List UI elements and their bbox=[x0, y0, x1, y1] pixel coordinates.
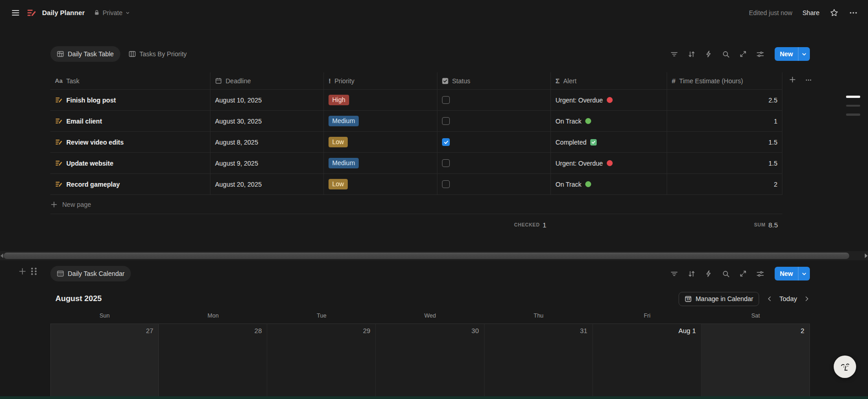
new-page-label: New page bbox=[62, 201, 91, 208]
expand-icon[interactable] bbox=[739, 270, 747, 277]
sort-icon[interactable] bbox=[688, 50, 695, 58]
new-button-dropdown-icon[interactable] bbox=[798, 267, 810, 280]
day-cell[interactable]: 29 bbox=[267, 324, 376, 399]
month-title: August 2025 bbox=[55, 294, 102, 303]
weekday-label: Sat bbox=[701, 313, 810, 319]
deadline-value: August 30, 2025 bbox=[215, 118, 262, 125]
search-icon[interactable] bbox=[722, 50, 730, 58]
new-page-button[interactable]: New page bbox=[50, 195, 782, 214]
weekday-label: Thu bbox=[485, 313, 593, 319]
automation-lightning-icon[interactable] bbox=[705, 50, 712, 58]
notion-ai-button[interactable] bbox=[834, 356, 856, 378]
sum-aggregate[interactable]: SUM 8.5 bbox=[50, 214, 782, 235]
new-button-dropdown-icon[interactable] bbox=[798, 47, 810, 61]
task-title: Finish blog post bbox=[66, 97, 116, 104]
privacy-dropdown[interactable]: Private bbox=[94, 9, 130, 16]
vertical-scroll-indicator[interactable] bbox=[846, 96, 860, 116]
table-row[interactable]: Email client August 30, 2025 Medium On T… bbox=[50, 111, 782, 132]
horizontal-scrollbar bbox=[0, 251, 868, 260]
table-row[interactable]: Review video edits August 8, 2025 Low Co… bbox=[50, 132, 782, 153]
edited-status: Edited just now bbox=[749, 9, 793, 16]
privacy-label: Private bbox=[102, 9, 123, 16]
view-settings-icon[interactable] bbox=[756, 270, 764, 278]
column-header-task[interactable]: Aa Task bbox=[50, 72, 210, 89]
sort-icon[interactable] bbox=[688, 270, 695, 278]
weekday-label: Tue bbox=[267, 313, 376, 319]
favorite-star-icon[interactable] bbox=[830, 8, 839, 17]
column-header-status[interactable]: Status bbox=[437, 72, 551, 89]
status-checkbox[interactable] bbox=[442, 138, 450, 146]
expand-icon[interactable] bbox=[739, 50, 747, 58]
share-button[interactable]: Share bbox=[803, 9, 819, 16]
filter-icon[interactable] bbox=[670, 50, 678, 58]
day-cell[interactable]: 27 bbox=[50, 324, 159, 399]
tab-tasks-by-priority[interactable]: Tasks By Priority bbox=[122, 46, 193, 62]
deadline-value: August 20, 2025 bbox=[215, 181, 262, 188]
green-check-indicator bbox=[590, 139, 597, 146]
column-header-priority[interactable]: ! Priority bbox=[324, 72, 437, 89]
manage-in-calendar-button[interactable]: 13 Manage in Calendar bbox=[679, 292, 759, 306]
tab-label: Daily Task Table bbox=[68, 50, 114, 58]
table-row[interactable]: Update website August 9, 2025 Medium Urg… bbox=[50, 153, 782, 174]
previous-month-icon[interactable] bbox=[766, 296, 773, 302]
tab-daily-task-calendar[interactable]: Daily Task Calendar bbox=[50, 266, 131, 281]
table-row[interactable]: Finish blog post August 10, 2025 High Ur… bbox=[50, 90, 782, 111]
column-header-alert[interactable]: Σ Alert bbox=[551, 72, 667, 89]
task-title: Record gameplay bbox=[66, 181, 120, 188]
table-row[interactable]: Record gameplay August 20, 2025 Low On T… bbox=[50, 174, 782, 195]
lock-icon bbox=[94, 10, 100, 16]
view-settings-icon[interactable] bbox=[756, 50, 764, 58]
status-checkbox[interactable] bbox=[442, 117, 450, 125]
alert-text: On Track bbox=[555, 118, 582, 125]
day-cell[interactable]: 28 bbox=[159, 324, 267, 399]
task-cell[interactable]: Review video edits bbox=[50, 132, 210, 152]
column-header-time-estimate[interactable]: # Time Estimate (Hours) bbox=[667, 72, 782, 89]
task-cell[interactable]: Update website bbox=[50, 153, 210, 173]
alert-text: Urgent: Overdue bbox=[555, 160, 603, 167]
formula-sigma-icon: Σ bbox=[555, 77, 560, 85]
chevron-down-icon bbox=[125, 11, 130, 15]
status-checkbox[interactable] bbox=[442, 180, 450, 188]
new-button-label[interactable]: New bbox=[775, 47, 798, 61]
today-button[interactable]: Today bbox=[779, 295, 797, 302]
calendar-view-toolbar: Daily Task Calendar New bbox=[0, 264, 810, 283]
column-header-deadline[interactable]: Deadline bbox=[210, 72, 324, 89]
sidebar-menu-icon[interactable] bbox=[10, 7, 21, 18]
add-column-icon[interactable] bbox=[789, 76, 796, 83]
priority-badge: High bbox=[329, 95, 349, 105]
task-cell[interactable]: Record gameplay bbox=[50, 174, 210, 194]
more-options-icon[interactable] bbox=[849, 8, 858, 17]
red-circle-indicator bbox=[607, 97, 613, 103]
filter-icon[interactable] bbox=[670, 270, 678, 278]
daily-task-table: Aa Task Deadline ! Priority Status Σ Ale… bbox=[50, 72, 819, 235]
day-cell[interactable]: 2 bbox=[701, 324, 810, 399]
table-header-row: Aa Task Deadline ! Priority Status Σ Ale… bbox=[50, 72, 782, 90]
priority-badge: Low bbox=[329, 179, 348, 189]
column-label: Status bbox=[452, 77, 470, 85]
search-icon[interactable] bbox=[722, 270, 730, 278]
new-event-button[interactable]: New bbox=[775, 267, 810, 280]
day-number: 31 bbox=[580, 327, 587, 334]
alert-text: Completed bbox=[555, 139, 587, 146]
task-cell[interactable]: Email client bbox=[50, 111, 210, 131]
status-checkbox[interactable] bbox=[442, 96, 450, 104]
task-title: Email client bbox=[66, 118, 102, 125]
new-button-label[interactable]: New bbox=[775, 267, 798, 280]
new-entry-button[interactable]: New bbox=[775, 47, 810, 61]
automation-lightning-icon[interactable] bbox=[705, 270, 712, 277]
day-cell[interactable]: 31 bbox=[485, 324, 593, 399]
task-cell[interactable]: Finish blog post bbox=[50, 90, 210, 110]
scrollbar-thumb[interactable] bbox=[4, 253, 849, 259]
red-circle-indicator bbox=[607, 160, 613, 166]
task-title: Review video edits bbox=[66, 139, 124, 146]
day-cell[interactable]: 30 bbox=[376, 324, 484, 399]
next-month-icon[interactable] bbox=[803, 296, 810, 302]
status-checkbox[interactable] bbox=[442, 159, 450, 167]
scroll-right-arrow-icon[interactable] bbox=[865, 253, 868, 258]
tab-daily-task-table[interactable]: Daily Task Table bbox=[50, 46, 120, 62]
table-options-icon[interactable] bbox=[804, 76, 813, 84]
day-cell[interactable]: Aug 1 bbox=[593, 324, 701, 399]
deadline-value: August 9, 2025 bbox=[215, 160, 258, 167]
page-title[interactable]: Daily Planner bbox=[42, 9, 85, 16]
scroll-left-arrow-icon[interactable] bbox=[0, 253, 3, 258]
